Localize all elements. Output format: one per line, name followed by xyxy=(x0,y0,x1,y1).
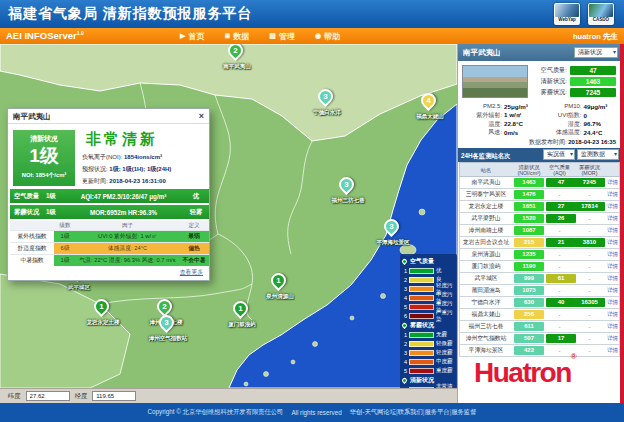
detail-link[interactable]: 详情 xyxy=(606,335,619,342)
legend-item-rank: 5 xyxy=(402,304,409,310)
index-row-band: 6级体感温度: 24°C偏热 xyxy=(54,243,209,254)
legend-item-label: 轻度霾 xyxy=(436,349,453,356)
longitude-input[interactable] xyxy=(92,391,136,401)
noi-value: 1854ions/cm³ xyxy=(124,154,162,160)
metric-cell: PM10:49μg/m³ xyxy=(540,102,620,111)
detail-link[interactable]: 详情 xyxy=(606,287,619,294)
nav-item-manage[interactable]: ▤管理 xyxy=(269,31,295,42)
value-type-select[interactable]: 实况值▾ xyxy=(543,149,575,160)
detail-link[interactable]: 详情 xyxy=(606,179,619,186)
rank-value-cell: 27 xyxy=(546,202,573,211)
detail-link[interactable]: 详情 xyxy=(606,299,619,306)
legend-color-swatch xyxy=(409,277,434,283)
summary-value-badge: 47 xyxy=(570,66,616,75)
summary-row: 清新状况:1463 xyxy=(529,76,619,86)
marker-number: 1 xyxy=(96,301,107,312)
forecast-value: 1级; 1级(1H); 1级(24H) xyxy=(109,166,171,172)
rank-value-cell: 61 xyxy=(546,274,573,283)
rank-table-row: 龙岩古田会议会址215213810详情 xyxy=(459,237,620,249)
legend-section-title: 空气质量 xyxy=(402,256,455,266)
logged-in-user: huatron 先生 xyxy=(573,32,618,42)
detail-link[interactable]: 详情 xyxy=(606,227,619,234)
station-name: 福鼎太姥山 xyxy=(460,310,512,319)
summary-value-badge: 7245 xyxy=(570,88,616,97)
value-badge: 17 xyxy=(546,334,576,343)
detail-link[interactable]: 详情 xyxy=(606,275,619,282)
value-badge: 1520 xyxy=(514,214,544,223)
footer-link-2[interactable]: 服务平台 xyxy=(424,408,449,415)
value-badge: 47 xyxy=(546,178,576,187)
detail-link[interactable]: 详情 xyxy=(606,311,619,318)
detail-link[interactable]: 详情 xyxy=(606,323,619,330)
marker-number: 1 xyxy=(273,275,284,286)
panel-header: 南平武夷山 清新状况▾ xyxy=(458,44,621,61)
rank-value-cell: 1073 xyxy=(512,286,546,295)
popup-status-bar: 空气质量1级AQI:47 PM2.5/10:26/47 μg/m³优 xyxy=(10,189,209,203)
noi-line: 负氧离子(NOI): 1854ions/cm³ xyxy=(82,151,171,163)
rank-value-cell: - xyxy=(546,312,573,318)
legend-item-rank: 5 xyxy=(402,368,409,374)
metric-label: 紫外辐射: xyxy=(460,111,502,120)
rank-table-row: 厦门鼓浪屿1190--详情 xyxy=(459,261,620,273)
latitude-input[interactable] xyxy=(26,391,70,401)
map-marker-label: 漳州空气指数站 xyxy=(142,335,194,342)
nav-item-label: 数据 xyxy=(233,31,249,42)
data-source-select[interactable]: 监测数据▾ xyxy=(577,149,619,160)
popup-status-bar: 雾霾状况1级MOR:6952m HR:96.3%轻雾 xyxy=(10,205,209,219)
footer: Copyright © 北京华创维想科技开发有限责任公司 All rights … xyxy=(0,403,624,422)
rank-value-cell: 21 xyxy=(546,238,573,247)
view-more-link[interactable]: 查看更多 xyxy=(180,268,203,277)
nav-menu: ▶首页≣数据▤管理◉帮助 xyxy=(180,28,340,44)
rank-value-cell: - xyxy=(573,216,606,222)
station-name: 三明泰宁风景区 xyxy=(460,190,512,199)
detail-link[interactable]: 详情 xyxy=(606,191,619,198)
rank-value-cell: 3810 xyxy=(573,238,606,247)
chevron-down-icon: ▾ xyxy=(570,150,573,159)
bar-detail: MOR:6952m HR:96.3% xyxy=(64,209,183,216)
rank-value-cell: 630 xyxy=(512,298,546,307)
map-canvas[interactable]: 2南平武夷山3宁德白水洋4福鼎太姥山3福州三坊七巷3平潭海坛景区1武平梁野山3武… xyxy=(0,44,457,388)
rank-header-cell: 空气质量 (AQI) xyxy=(546,164,573,176)
detail-link[interactable]: 详情 xyxy=(606,347,619,354)
legend-item-label: 重度霾 xyxy=(436,367,453,374)
detail-link[interactable]: 详情 xyxy=(606,263,619,270)
detail-link[interactable]: 详情 xyxy=(606,203,619,210)
page-title: 福建省气象局 清新指数预报服务平台 xyxy=(8,5,253,23)
rank-table-row: 武平城区99961-详情 xyxy=(459,273,620,285)
popup-table-header-cell: 因子 xyxy=(76,222,179,230)
detail-link[interactable]: 详情 xyxy=(606,251,619,258)
publish-time: 数据发布时间: 2018-04-23 16:35 xyxy=(529,138,616,147)
nav-item-help[interactable]: ◉帮助 xyxy=(315,31,340,42)
footer-link-3[interactable]: 服务监督 xyxy=(451,408,476,415)
rights-text: All rights reserved xyxy=(291,409,341,416)
metric-value: 49μg/m³ xyxy=(584,103,608,110)
app-brand-name: AEI INFOServer xyxy=(6,30,77,41)
view-mode-select[interactable]: 清新状况▾ xyxy=(574,47,618,58)
detail-link[interactable]: 详情 xyxy=(606,239,619,246)
metric-cell: PM2.5:25μg/m³ xyxy=(460,102,540,111)
rank-value-cell: 256 xyxy=(512,310,546,319)
station-name: 武平梁野山 xyxy=(460,214,512,223)
detail-link[interactable]: 详情 xyxy=(606,215,619,222)
close-icon[interactable]: × xyxy=(199,111,204,121)
marker-number: 1 xyxy=(235,303,246,314)
legend-title-text: 清新状况 xyxy=(410,376,434,385)
legend-title-text: 雾霾状况 xyxy=(410,321,434,330)
legend-item: 4中度霾 xyxy=(402,357,455,366)
publish-time-label: 数据发布时间: xyxy=(529,139,567,145)
station-name: 漳州南靖土楼 xyxy=(460,226,512,235)
nav-item-data[interactable]: ≣数据 xyxy=(224,31,249,42)
value-type-value: 实况值 xyxy=(547,151,565,157)
status-bar: 纬度 经度 xyxy=(0,388,457,403)
station-name: 宁德白水洋 xyxy=(460,298,512,307)
metric-value: 24.4°C xyxy=(584,129,603,136)
popup-table-header-cell: 级数 xyxy=(54,222,76,230)
footer-link-0[interactable]: 华创-天气网论坛 xyxy=(350,408,396,415)
nav-item-home[interactable]: ▶首页 xyxy=(180,31,204,42)
footer-link-1[interactable]: 联系我们 xyxy=(398,408,423,415)
fresh-box-label: 清新状况 xyxy=(13,134,75,144)
app-brand-version: 1.0 xyxy=(77,30,84,36)
fresh-headline: 非常清新 xyxy=(86,130,158,149)
metric-cell: UVI指数:0 xyxy=(540,111,620,120)
index-row-band: 1级气温: 22°C 湿度: 96.3% 风速: 0.7 m/s不会中暑 xyxy=(54,255,209,266)
